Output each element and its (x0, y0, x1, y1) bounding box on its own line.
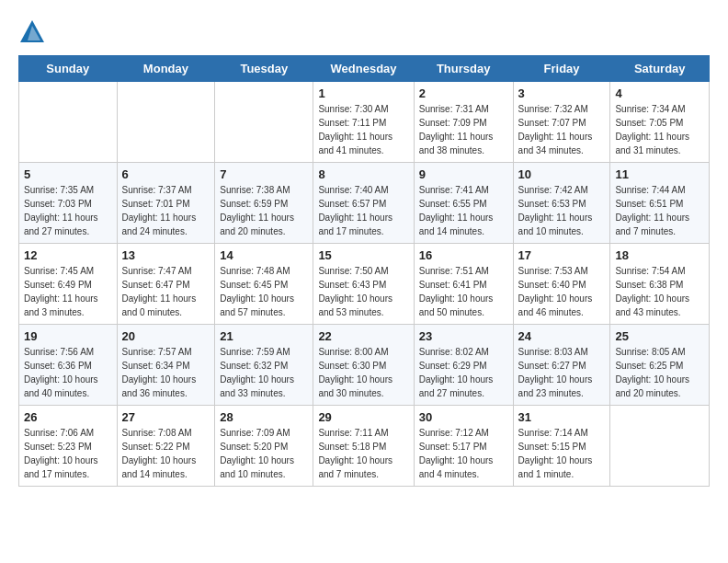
calendar-cell: 1Sunrise: 7:30 AMSunset: 7:11 PMDaylight… (313, 82, 414, 163)
calendar-cell: 16Sunrise: 7:51 AMSunset: 6:41 PMDayligh… (414, 244, 513, 325)
day-number: 16 (419, 248, 508, 262)
calendar-cell: 28Sunrise: 7:09 AMSunset: 5:20 PMDayligh… (215, 406, 313, 487)
calendar-cell (610, 406, 710, 487)
day-info: Sunrise: 7:56 AMSunset: 6:36 PMDaylight:… (24, 345, 112, 400)
calendar-cell: 30Sunrise: 7:12 AMSunset: 5:17 PMDayligh… (414, 406, 513, 487)
day-info: Sunrise: 7:08 AMSunset: 5:22 PMDaylight:… (122, 426, 210, 481)
logo-icon (18, 18, 46, 46)
day-number: 30 (419, 410, 508, 424)
day-number: 4 (615, 86, 704, 100)
day-number: 11 (615, 167, 704, 181)
day-info: Sunrise: 8:02 AMSunset: 6:29 PMDaylight:… (419, 345, 508, 400)
calendar-cell: 4Sunrise: 7:34 AMSunset: 7:05 PMDaylight… (610, 82, 710, 163)
calendar-cell: 7Sunrise: 7:38 AMSunset: 6:59 PMDaylight… (215, 163, 313, 244)
calendar-cell: 12Sunrise: 7:45 AMSunset: 6:49 PMDayligh… (19, 244, 118, 325)
day-number: 28 (220, 410, 308, 424)
calendar-cell: 5Sunrise: 7:35 AMSunset: 7:03 PMDaylight… (19, 163, 118, 244)
day-number: 27 (122, 410, 210, 424)
calendar: SundayMondayTuesdayWednesdayThursdayFrid… (18, 55, 710, 487)
day-number: 26 (24, 410, 112, 424)
day-info: Sunrise: 7:54 AMSunset: 6:38 PMDaylight:… (615, 264, 704, 319)
calendar-cell: 14Sunrise: 7:48 AMSunset: 6:45 PMDayligh… (215, 244, 313, 325)
weekday-header-row: SundayMondayTuesdayWednesdayThursdayFrid… (19, 56, 710, 82)
weekday-header-wednesday: Wednesday (313, 56, 414, 82)
week-row-2: 5Sunrise: 7:35 AMSunset: 7:03 PMDaylight… (19, 163, 710, 244)
day-number: 24 (518, 329, 606, 343)
day-info: Sunrise: 7:50 AMSunset: 6:43 PMDaylight:… (318, 264, 408, 319)
day-number: 20 (122, 329, 210, 343)
day-number: 22 (318, 329, 408, 343)
day-number: 29 (318, 410, 408, 424)
day-number: 19 (24, 329, 112, 343)
day-info: Sunrise: 7:37 AMSunset: 7:01 PMDaylight:… (122, 183, 210, 238)
week-row-5: 26Sunrise: 7:06 AMSunset: 5:23 PMDayligh… (19, 406, 710, 487)
day-number: 25 (615, 329, 704, 343)
week-row-1: 1Sunrise: 7:30 AMSunset: 7:11 PMDaylight… (19, 82, 710, 163)
day-info: Sunrise: 7:40 AMSunset: 6:57 PMDaylight:… (318, 183, 408, 238)
calendar-cell (117, 82, 215, 163)
calendar-cell: 22Sunrise: 8:00 AMSunset: 6:30 PMDayligh… (313, 325, 414, 406)
day-info: Sunrise: 7:34 AMSunset: 7:05 PMDaylight:… (615, 102, 704, 157)
day-number: 5 (24, 167, 112, 181)
day-info: Sunrise: 8:03 AMSunset: 6:27 PMDaylight:… (518, 345, 606, 400)
day-info: Sunrise: 7:35 AMSunset: 7:03 PMDaylight:… (24, 183, 112, 238)
calendar-cell: 9Sunrise: 7:41 AMSunset: 6:55 PMDaylight… (414, 163, 513, 244)
day-number: 7 (220, 167, 308, 181)
calendar-cell: 10Sunrise: 7:42 AMSunset: 6:53 PMDayligh… (513, 163, 610, 244)
day-info: Sunrise: 8:00 AMSunset: 6:30 PMDaylight:… (318, 345, 408, 400)
day-number: 3 (518, 86, 606, 100)
week-row-4: 19Sunrise: 7:56 AMSunset: 6:36 PMDayligh… (19, 325, 710, 406)
day-number: 8 (318, 167, 408, 181)
weekday-header-thursday: Thursday (414, 56, 513, 82)
week-row-3: 12Sunrise: 7:45 AMSunset: 6:49 PMDayligh… (19, 244, 710, 325)
calendar-cell: 6Sunrise: 7:37 AMSunset: 7:01 PMDaylight… (117, 163, 215, 244)
day-info: Sunrise: 7:53 AMSunset: 6:40 PMDaylight:… (518, 264, 606, 319)
weekday-header-sunday: Sunday (19, 56, 118, 82)
calendar-cell (215, 82, 313, 163)
calendar-cell: 3Sunrise: 7:32 AMSunset: 7:07 PMDaylight… (513, 82, 610, 163)
day-number: 12 (24, 248, 112, 262)
weekday-header-friday: Friday (513, 56, 610, 82)
day-info: Sunrise: 7:59 AMSunset: 6:32 PMDaylight:… (220, 345, 308, 400)
day-number: 15 (318, 248, 408, 262)
logo (18, 18, 50, 46)
calendar-cell: 23Sunrise: 8:02 AMSunset: 6:29 PMDayligh… (414, 325, 513, 406)
day-number: 13 (122, 248, 210, 262)
day-number: 10 (518, 167, 606, 181)
day-info: Sunrise: 7:31 AMSunset: 7:09 PMDaylight:… (419, 102, 508, 157)
calendar-cell: 8Sunrise: 7:40 AMSunset: 6:57 PMDaylight… (313, 163, 414, 244)
day-info: Sunrise: 7:09 AMSunset: 5:20 PMDaylight:… (220, 426, 308, 481)
page-header (18, 18, 710, 46)
weekday-header-monday: Monday (117, 56, 215, 82)
calendar-cell: 26Sunrise: 7:06 AMSunset: 5:23 PMDayligh… (19, 406, 118, 487)
day-info: Sunrise: 7:12 AMSunset: 5:17 PMDaylight:… (419, 426, 508, 481)
day-info: Sunrise: 7:11 AMSunset: 5:18 PMDaylight:… (318, 426, 408, 481)
calendar-cell: 31Sunrise: 7:14 AMSunset: 5:15 PMDayligh… (513, 406, 610, 487)
calendar-cell: 27Sunrise: 7:08 AMSunset: 5:22 PMDayligh… (117, 406, 215, 487)
calendar-cell: 11Sunrise: 7:44 AMSunset: 6:51 PMDayligh… (610, 163, 710, 244)
day-info: Sunrise: 7:42 AMSunset: 6:53 PMDaylight:… (518, 183, 606, 238)
day-number: 21 (220, 329, 308, 343)
calendar-cell: 19Sunrise: 7:56 AMSunset: 6:36 PMDayligh… (19, 325, 118, 406)
day-info: Sunrise: 7:30 AMSunset: 7:11 PMDaylight:… (318, 102, 408, 157)
calendar-cell: 17Sunrise: 7:53 AMSunset: 6:40 PMDayligh… (513, 244, 610, 325)
calendar-cell: 18Sunrise: 7:54 AMSunset: 6:38 PMDayligh… (610, 244, 710, 325)
calendar-cell: 20Sunrise: 7:57 AMSunset: 6:34 PMDayligh… (117, 325, 215, 406)
calendar-cell (19, 82, 118, 163)
day-info: Sunrise: 7:32 AMSunset: 7:07 PMDaylight:… (518, 102, 606, 157)
day-number: 14 (220, 248, 308, 262)
day-info: Sunrise: 7:41 AMSunset: 6:55 PMDaylight:… (419, 183, 508, 238)
calendar-cell: 13Sunrise: 7:47 AMSunset: 6:47 PMDayligh… (117, 244, 215, 325)
weekday-header-tuesday: Tuesday (215, 56, 313, 82)
day-number: 17 (518, 248, 606, 262)
day-info: Sunrise: 7:45 AMSunset: 6:49 PMDaylight:… (24, 264, 112, 319)
calendar-cell: 2Sunrise: 7:31 AMSunset: 7:09 PMDaylight… (414, 82, 513, 163)
weekday-header-saturday: Saturday (610, 56, 710, 82)
calendar-cell: 24Sunrise: 8:03 AMSunset: 6:27 PMDayligh… (513, 325, 610, 406)
day-info: Sunrise: 7:57 AMSunset: 6:34 PMDaylight:… (122, 345, 210, 400)
calendar-cell: 29Sunrise: 7:11 AMSunset: 5:18 PMDayligh… (313, 406, 414, 487)
day-info: Sunrise: 7:51 AMSunset: 6:41 PMDaylight:… (419, 264, 508, 319)
calendar-cell: 25Sunrise: 8:05 AMSunset: 6:25 PMDayligh… (610, 325, 710, 406)
day-number: 2 (419, 86, 508, 100)
day-info: Sunrise: 7:48 AMSunset: 6:45 PMDaylight:… (220, 264, 308, 319)
